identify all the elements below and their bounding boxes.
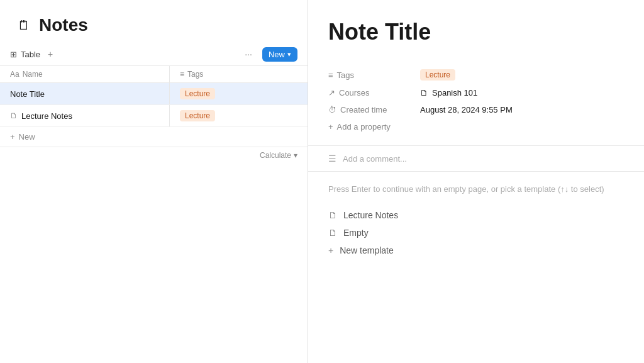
table-row[interactable]: 🗋 Lecture Notes Lecture [0,105,308,127]
more-options-button[interactable]: ··· [240,47,257,62]
created-time-label: Created time [340,105,387,114]
template-item-lecture-notes[interactable]: 🗋 Lecture Notes [328,206,624,224]
property-value-courses: 🗋 Spanish 101 [420,88,477,98]
document-icon: 🗋 [328,210,337,220]
properties-section: ≡ Tags Lecture ↗ Courses 🗋 Spanish 101 ⏱… [308,65,644,146]
table-row[interactable]: Note Title Lecture [0,83,308,105]
template-section: Press Enter to continue with an empty pa… [308,172,644,272]
note-header: Note Title [308,0,644,65]
courses-value-text: Spanish 101 [432,88,477,98]
name-col-label: Name [23,70,43,79]
add-view-button[interactable]: + [44,48,57,60]
tags-prop-icon: ≡ [328,70,333,80]
tags-col-label: Tags [187,70,203,79]
row-name-text: Note Title [10,89,45,99]
chevron-down-icon: ▾ [287,50,291,59]
note-title: Note Title [328,19,624,45]
cell-tags: Lecture [170,105,308,126]
template-hint: Press Enter to continue with an empty pa… [328,184,624,194]
row-name-text: Lecture Notes [21,111,72,121]
property-row-created-time: ⏱ Created time August 28, 2024 9:55 PM [328,101,624,118]
column-header-name: Aa Name [0,66,170,82]
plus-icon: + [10,132,15,142]
new-button[interactable]: New ▾ [262,47,297,62]
plus-icon: + [328,122,333,131]
property-row-courses: ↗ Courses 🗋 Spanish 101 [328,84,624,101]
template-label-empty: Empty [343,228,369,238]
cell-tags: Lecture [170,83,308,104]
table-container: Aa Name ≡ Tags Note Title Lecture 🗋 Lect… [0,66,308,363]
add-property-button[interactable]: + Add a property [328,118,624,135]
tag-badge: Lecture [180,110,215,121]
document-icon: 🗋 [10,111,18,120]
toolbar-left: ⊞ Table + [10,48,235,60]
toolbar: ⊞ Table + ··· New ▾ [0,43,308,66]
template-item-empty[interactable]: 🗋 Empty [328,224,624,242]
notes-icon: 🗒 [15,16,33,34]
property-key-tags: ≡ Tags [328,70,410,80]
add-row-label: New [19,132,35,142]
chevron-down-icon: ▾ [294,151,297,160]
property-value-created-time: August 28, 2024 9:55 PM [420,105,513,114]
courses-prop-label: Courses [339,88,369,98]
calculate-label: Calculate [260,151,291,160]
property-key-courses: ↗ Courses [328,88,410,98]
comment-placeholder: Add a comment... [343,154,407,164]
doc-icon: 🗋 [420,88,428,98]
add-property-label: Add a property [337,122,391,131]
clock-icon: ⏱ [328,105,336,114]
template-label-new: New template [340,245,394,255]
template-item-new-template[interactable]: + New template [328,242,624,259]
cell-name: 🗋 Lecture Notes [0,105,170,126]
tag-badge: Lecture [420,69,455,81]
cell-name: Note Title [0,83,170,104]
template-label-lecture-notes: Lecture Notes [343,210,398,220]
property-key-created-time: ⏱ Created time [328,105,410,114]
comment-section[interactable]: ☰ Add a comment... [308,146,644,172]
tags-col-icon: ≡ [180,70,184,79]
created-time-value: August 28, 2024 9:55 PM [420,105,513,114]
table-header: Aa Name ≡ Tags [0,66,308,83]
plus-icon: + [328,245,333,255]
page-title: Notes [39,15,88,35]
calculate-row[interactable]: Calculate ▾ [0,147,308,164]
tags-prop-label: Tags [337,70,354,80]
right-panel: Note Title ≡ Tags Lecture ↗ Courses 🗋 Sp… [308,0,644,363]
new-button-label: New [269,50,285,59]
left-panel: 🗒 Notes ⊞ Table + ··· New ▾ Aa Name ≡ Ta… [0,0,308,363]
table-grid-icon: ⊞ [10,50,17,59]
tag-badge: Lecture [180,88,215,99]
document-icon: 🗋 [328,228,337,238]
property-value-tags: Lecture [420,69,455,81]
add-row-button[interactable]: + New [0,127,308,147]
left-header: 🗒 Notes [0,0,308,43]
property-row-tags: ≡ Tags Lecture [328,65,624,84]
comment-icon: ☰ [328,154,336,164]
courses-prop-icon: ↗ [328,88,335,98]
column-header-tags: ≡ Tags [170,66,308,82]
name-col-icon: Aa [10,70,19,79]
table-view-label: Table [21,50,40,59]
